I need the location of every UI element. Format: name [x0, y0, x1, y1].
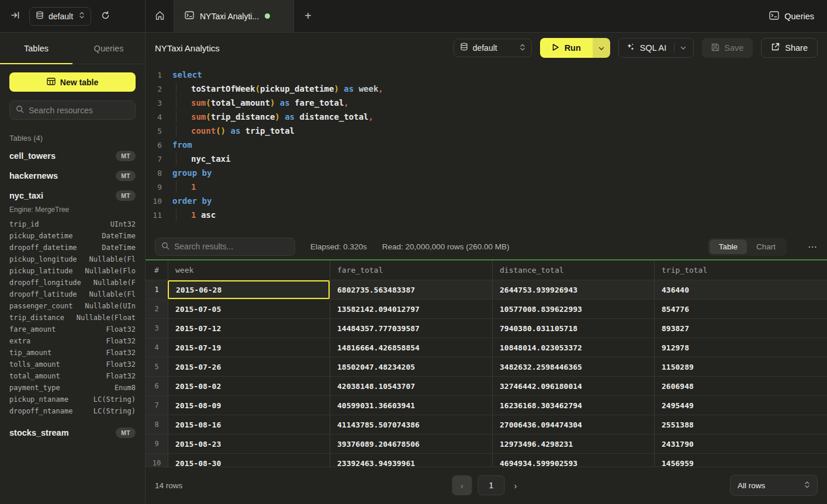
- code-text: from: [162, 140, 192, 150]
- table-cell[interactable]: 27006436.094474304: [492, 415, 654, 434]
- table-row[interactable]: 32015-07-1214484357.7770395877940380.031…: [146, 319, 827, 338]
- table-cell[interactable]: 1456959: [654, 454, 827, 467]
- table-cell[interactable]: 2015-08-09: [168, 396, 330, 415]
- column-name: pickup_ntaname: [9, 394, 68, 405]
- sql-ai-button[interactable]: SQL AI: [618, 38, 694, 58]
- table-row[interactable]: 92015-08-2339376089.20467850612973496.42…: [146, 435, 827, 454]
- table-list-item[interactable]: cell_towersMT: [9, 146, 136, 166]
- table-cell[interactable]: 2015-08-23: [168, 435, 330, 453]
- sidebar-tab-tables[interactable]: Tables: [0, 33, 72, 64]
- view-chart-button[interactable]: Chart: [747, 239, 785, 254]
- table-cell[interactable]: 10848014.023053372: [492, 338, 654, 357]
- row-number-cell: 6: [146, 377, 168, 395]
- row-count: 14 rows: [155, 481, 182, 490]
- table-row[interactable]: 72015-08-0940599031.3660394116236168.303…: [146, 396, 827, 415]
- table-cell[interactable]: 40599031.36603941: [330, 396, 492, 415]
- table-cell[interactable]: 2644753.939926943: [492, 280, 654, 299]
- column-header[interactable]: fare_total: [330, 260, 492, 280]
- table-row[interactable]: 82015-08-1641143785.50707438627006436.09…: [146, 415, 827, 435]
- topbar-database-selector[interactable]: default: [29, 7, 91, 26]
- table-cell[interactable]: 2015-07-12: [168, 319, 330, 338]
- table-cell[interactable]: 893827: [654, 319, 827, 338]
- refresh-button[interactable]: [98, 8, 113, 25]
- home-button[interactable]: [146, 0, 174, 32]
- collapse-sidebar-button[interactable]: [8, 8, 22, 24]
- run-button[interactable]: Run: [540, 38, 593, 58]
- code-text: group by: [162, 168, 212, 178]
- code-token: as: [280, 98, 290, 107]
- results-search-input[interactable]: [174, 242, 289, 251]
- table-row[interactable]: 42015-07-1914816664.42685885410848014.02…: [146, 338, 827, 357]
- table-cell[interactable]: 854776: [654, 300, 827, 318]
- table-row[interactable]: 12015-06-286802735.5634833872644753.9399…: [146, 280, 827, 300]
- column-type: Nullable(Fl: [89, 289, 136, 300]
- table-cell[interactable]: 41143785.507074386: [330, 415, 492, 434]
- code-text: count() as trip_total: [162, 126, 295, 135]
- table-cell[interactable]: 39376089.204678506: [330, 435, 492, 453]
- page-size-selector[interactable]: All rows: [730, 475, 818, 496]
- table-cell[interactable]: 2015-07-19: [168, 338, 330, 357]
- table-list-item[interactable]: nyc_taxiMT: [9, 186, 136, 206]
- code-token: select: [172, 70, 202, 79]
- save-button[interactable]: Save: [702, 38, 753, 58]
- row-number-cell: 5: [146, 357, 168, 376]
- next-page-button[interactable]: ›: [511, 477, 521, 494]
- table-row[interactable]: 62015-08-0242038148.1054370732746442.096…: [146, 377, 827, 396]
- table-cell[interactable]: 32746442.096180014: [492, 377, 654, 395]
- prev-page-button[interactable]: ‹: [452, 475, 472, 495]
- table-cell[interactable]: 14816664.426858854: [330, 338, 492, 357]
- column-header[interactable]: week: [168, 260, 330, 280]
- table-cell[interactable]: 10577008.839622993: [492, 300, 654, 318]
- table-list-item[interactable]: hackernewsMT: [9, 166, 136, 186]
- code-line: 5count() as trip_total: [146, 124, 827, 138]
- table-cell[interactable]: 12973496.4298231: [492, 435, 654, 453]
- table-row[interactable]: 52015-07-2618502047.482342053482632.2598…: [146, 357, 827, 377]
- table-cell[interactable]: 1150289: [654, 357, 827, 376]
- table-cell[interactable]: 2015-08-30: [168, 454, 330, 467]
- share-label: Share: [785, 43, 808, 53]
- table-cell[interactable]: 2015-08-16: [168, 415, 330, 434]
- table-row[interactable]: 22015-07-0513582142.09401279710577008.83…: [146, 300, 827, 319]
- more-options-button[interactable]: ⋯: [808, 241, 818, 252]
- sidebar-search-input[interactable]: [29, 106, 129, 115]
- table-cell[interactable]: 2551388: [654, 415, 827, 434]
- table-cell[interactable]: 2495449: [654, 396, 827, 415]
- queries-button[interactable]: Queries: [769, 11, 814, 22]
- query-database-selector[interactable]: default: [454, 39, 532, 57]
- table-cell[interactable]: 18502047.48234205: [330, 357, 492, 376]
- table-cell[interactable]: 4694934.599902593: [492, 454, 654, 467]
- run-options-button[interactable]: [593, 38, 610, 58]
- ellipsis-icon: ⋯: [808, 242, 818, 252]
- table-cell[interactable]: 23392463.94939961: [330, 454, 492, 467]
- share-button[interactable]: Share: [761, 38, 818, 58]
- table-cell[interactable]: 7940380.031105718: [492, 319, 654, 338]
- sql-editor[interactable]: 1select2toStartOfWeek(pickup_datetime) a…: [146, 63, 827, 234]
- table-cell[interactable]: 436440: [654, 280, 827, 299]
- table-cell[interactable]: 16236168.303462794: [492, 396, 654, 415]
- table-cell[interactable]: 3482632.2598446365: [492, 357, 654, 376]
- view-table-button[interactable]: Table: [710, 239, 747, 254]
- table-cell[interactable]: 2015-08-02: [168, 377, 330, 395]
- table-cell[interactable]: 13582142.094012797: [330, 300, 492, 318]
- column-header[interactable]: #: [146, 260, 168, 280]
- table-row[interactable]: 102015-08-3023392463.949399614694934.599…: [146, 454, 827, 467]
- new-table-button[interactable]: New table: [9, 72, 136, 92]
- new-tab-button[interactable]: +: [294, 0, 322, 32]
- table-cell[interactable]: 6802735.563483387: [330, 280, 492, 299]
- table-cell[interactable]: 14484357.777039587: [330, 319, 492, 338]
- table-cell[interactable]: 2015-07-26: [168, 357, 330, 376]
- table-cell[interactable]: 42038148.10543707: [330, 377, 492, 395]
- sidebar-tab-queries[interactable]: Queries: [72, 33, 145, 64]
- table-list-item[interactable]: stocks_streamMT: [9, 423, 136, 443]
- table-cell[interactable]: 2606948: [654, 377, 827, 395]
- table-cell[interactable]: 912978: [654, 338, 827, 357]
- code-text: 1 asc: [162, 210, 216, 220]
- table-cell[interactable]: 2431790: [654, 435, 827, 453]
- table-cell[interactable]: 2015-07-05: [168, 300, 330, 318]
- column-header[interactable]: trip_total: [654, 260, 827, 280]
- column-header[interactable]: distance_total: [492, 260, 654, 280]
- column-name: tolls_amount: [9, 359, 60, 370]
- tab-nytaxi-analytics[interactable]: NYTaxi Analyti...: [174, 0, 294, 32]
- sidebar-tabs: Tables Queries: [0, 33, 145, 64]
- table-cell[interactable]: 2015-06-28: [168, 280, 330, 299]
